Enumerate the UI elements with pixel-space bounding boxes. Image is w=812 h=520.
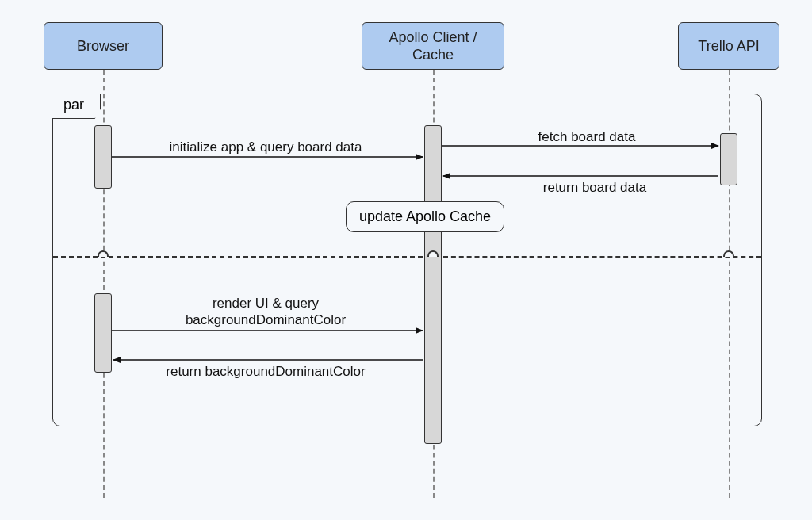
sequence-diagram: Browser Apollo Client / Cache Trello API… — [0, 0, 812, 520]
activation-trello — [720, 133, 737, 185]
activation-browser-1 — [94, 125, 112, 189]
participant-label: Apollo Client / Cache — [370, 29, 496, 64]
par-fragment-label: par — [52, 94, 101, 119]
note-text: update Apollo Cache — [359, 208, 491, 224]
participant-label: Browser — [77, 37, 129, 55]
par-fragment: par — [52, 94, 762, 426]
hump-trello — [723, 250, 734, 257]
participant-trello: Trello API — [678, 22, 779, 70]
fragment-label-text: par — [63, 97, 84, 113]
participant-label: Trello API — [698, 37, 759, 55]
note-update-cache: update Apollo Cache — [346, 201, 504, 232]
hump-apollo — [427, 250, 439, 257]
participant-browser: Browser — [44, 22, 163, 70]
hump-browser — [98, 250, 109, 257]
activation-apollo — [424, 125, 442, 444]
par-divider-right — [443, 256, 761, 258]
participant-apollo: Apollo Client / Cache — [362, 22, 504, 70]
activation-browser-2 — [94, 293, 112, 373]
